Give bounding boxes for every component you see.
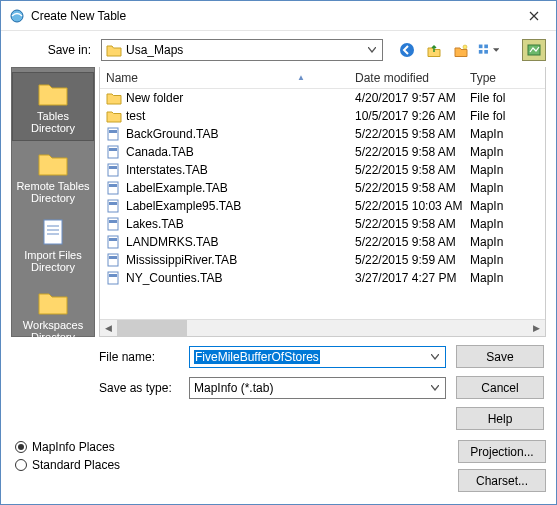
svg-rect-12 [108,128,118,140]
save-in-label: Save in: [11,43,95,57]
svg-rect-21 [109,202,117,205]
file-name: NY_Counties.TAB [126,271,223,285]
up-one-level-button[interactable] [422,39,446,61]
scroll-thumb[interactable] [117,320,187,336]
file-name: LabelExample.TAB [126,181,228,195]
filename-input[interactable]: FiveMileBufferOfStores [189,346,446,368]
file-icon [106,145,122,159]
svg-rect-20 [108,200,118,212]
radio-mapinfo-places[interactable]: MapInfo Places [15,440,120,454]
file-row[interactable]: MississippiRiver.TAB5/22/2015 9:59 AMMap… [100,251,545,269]
file-row[interactable]: test10/5/2017 9:26 AMFile fol [100,107,545,125]
svg-rect-14 [108,146,118,158]
file-name: Canada.TAB [126,145,194,159]
file-name: Lakes.TAB [126,217,184,231]
svg-rect-5 [479,50,483,54]
place-label: Remote Tables Directory [14,180,92,204]
file-date: 4/20/2017 9:57 AM [355,91,470,105]
chevron-down-icon [364,40,380,60]
svg-rect-3 [479,45,483,49]
file-row[interactable]: Lakes.TAB5/22/2015 9:58 AMMapIn [100,215,545,233]
charset-button[interactable]: Charset... [458,469,546,492]
svg-rect-8 [44,220,62,244]
view-menu-button[interactable] [476,39,500,61]
column-header-date[interactable]: Date modified [355,71,470,85]
file-type: MapIn [470,235,545,249]
file-icon [106,181,122,195]
new-folder-button[interactable] [449,39,473,61]
file-row[interactable]: LabelExample.TAB5/22/2015 9:58 AMMapIn [100,179,545,197]
scroll-left-icon[interactable]: ◀ [100,320,117,336]
svg-rect-25 [109,238,117,241]
place-import-files-directory[interactable]: Import Files Directory [12,212,94,279]
save-in-combo[interactable]: Usa_Maps [101,39,383,61]
file-date: 10/5/2017 9:26 AM [355,109,470,123]
file-icon [106,271,122,285]
file-icon [106,127,122,141]
file-date: 5/22/2015 9:58 AM [355,163,470,177]
place-label: Tables Directory [15,110,91,134]
place-remote-tables-directory[interactable]: Remote Tables Directory [12,143,94,210]
mapinfo-places-icon[interactable] [522,39,546,61]
cancel-button[interactable]: Cancel [456,376,544,399]
dialog-window: Create New Table Save in: Usa_Maps [0,0,557,505]
close-button[interactable] [511,1,556,30]
file-icon [106,253,122,267]
filename-value: FiveMileBufferOfStores [194,350,320,364]
file-icon [106,217,122,231]
file-name: test [126,109,145,123]
svg-rect-24 [108,236,118,248]
back-button[interactable] [395,39,419,61]
file-row[interactable]: LabelExample95.TAB5/22/2015 10:03 AMMapI… [100,197,545,215]
folder-icon [106,42,122,58]
projection-button[interactable]: Projection... [458,440,546,463]
save-in-value: Usa_Maps [126,43,364,57]
file-date: 5/22/2015 9:58 AM [355,181,470,195]
scroll-right-icon[interactable]: ▶ [528,320,545,336]
file-icon [106,163,122,177]
column-header-name[interactable]: Name▲ [100,71,355,85]
file-row[interactable]: New folder4/20/2017 9:57 AMFile fol [100,89,545,107]
svg-rect-6 [484,50,488,54]
svg-rect-18 [108,182,118,194]
file-name: BackGround.TAB [126,127,218,141]
file-date: 5/22/2015 10:03 AM [355,199,470,213]
file-row[interactable]: NY_Counties.TAB3/27/2017 4:27 PMMapIn [100,269,545,287]
radio-standard-places[interactable]: Standard Places [15,458,120,472]
column-headers[interactable]: Name▲ Date modified Type [100,67,545,89]
file-date: 5/22/2015 9:59 AM [355,253,470,267]
save-as-type-combo[interactable]: MapInfo (*.tab) [189,377,446,399]
file-date: 3/27/2017 4:27 PM [355,271,470,285]
svg-rect-16 [108,164,118,176]
file-icon [106,199,122,213]
column-header-type[interactable]: Type [470,71,545,85]
horizontal-scrollbar[interactable]: ◀ ▶ [100,319,545,336]
file-type: MapIn [470,253,545,267]
file-row[interactable]: LANDMRKS.TAB5/22/2015 9:58 AMMapIn [100,233,545,251]
file-icon [106,235,122,249]
file-row[interactable]: Canada.TAB5/22/2015 9:58 AMMapIn [100,143,545,161]
svg-rect-7 [528,45,540,55]
file-name: New folder [126,91,183,105]
file-rows: New folder4/20/2017 9:57 AMFile foltest1… [100,89,545,319]
file-list: Name▲ Date modified Type New folder4/20/… [99,67,546,337]
file-row[interactable]: BackGround.TAB5/22/2015 9:58 AMMapIn [100,125,545,143]
file-name: MississippiRiver.TAB [126,253,237,267]
file-type: MapIn [470,271,545,285]
chevron-down-icon[interactable] [427,347,443,367]
folder-icon [37,79,69,107]
save-in-row: Save in: Usa_Maps [1,31,556,67]
savetype-value: MapInfo (*.tab) [194,381,273,395]
filename-label: File name: [99,350,179,364]
save-button[interactable]: Save [456,345,544,368]
help-button[interactable]: Help [456,407,544,430]
file-type: File fol [470,109,545,123]
file-row[interactable]: Interstates.TAB5/22/2015 9:58 AMMapIn [100,161,545,179]
file-type: MapIn [470,217,545,231]
file-type: MapIn [470,199,545,213]
svg-rect-15 [109,148,117,151]
file-name: LANDMRKS.TAB [126,235,218,249]
place-tables-directory[interactable]: Tables Directory [12,72,94,141]
folder-icon [106,91,122,105]
chevron-down-icon[interactable] [427,378,443,398]
